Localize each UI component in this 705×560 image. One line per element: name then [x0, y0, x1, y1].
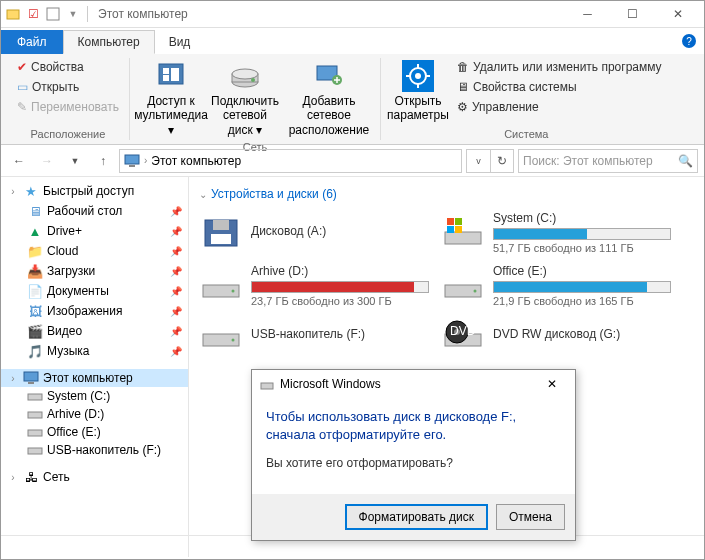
- svg-point-14: [415, 73, 421, 79]
- cancel-button[interactable]: Отмена: [496, 504, 565, 530]
- dialog-titlebar: Microsoft Windows ✕: [252, 370, 575, 398]
- search-icon: 🔍: [678, 154, 693, 168]
- sidebar-drive[interactable]: USB-накопитель (F:): [1, 441, 188, 459]
- dialog-close-button[interactable]: ✕: [537, 373, 567, 395]
- svg-rect-1: [47, 8, 59, 20]
- pin-icon: 📌: [170, 206, 182, 217]
- svg-rect-3: [163, 68, 169, 74]
- close-button[interactable]: ✕: [655, 1, 700, 28]
- drive-item[interactable]: Arhive (D:)23,7 ГБ свободно из 300 ГБ: [199, 264, 429, 307]
- drive-icon: [441, 215, 485, 251]
- drive-subtext: 51,7 ГБ свободно из 111 ГБ: [493, 242, 671, 254]
- qat-properties-icon[interactable]: ☑: [25, 6, 41, 22]
- tab-file[interactable]: Файл: [1, 30, 63, 54]
- drive-item[interactable]: DVDDVD RW дисковод (G:): [441, 317, 671, 353]
- dialog-main-text: Чтобы использовать диск в дисководе F:, …: [266, 408, 561, 444]
- folder-icon: 🎬: [27, 323, 43, 339]
- open-settings-button[interactable]: Открыть параметры: [387, 58, 449, 125]
- drive-name: Arhive (D:): [251, 264, 429, 278]
- tab-view[interactable]: Вид: [155, 30, 205, 54]
- sidebar-item[interactable]: 🖼Изображения📌: [1, 301, 188, 321]
- manage-icon: ⚙: [457, 100, 468, 114]
- titlebar: ☑ ▼ Этот компьютер ─ ☐ ✕: [1, 1, 704, 28]
- format-disk-button[interactable]: Форматировать диск: [345, 504, 488, 530]
- sidebar-item[interactable]: 🖥Рабочий стол📌: [1, 201, 188, 221]
- quick-access-toolbar: ☑ ▼: [5, 6, 81, 22]
- pin-icon: 📌: [170, 346, 182, 357]
- system-properties-button[interactable]: 🖥Свойства системы: [453, 78, 666, 96]
- sidebar-item[interactable]: 📄Документы📌: [1, 281, 188, 301]
- ribbon: ✔Свойства ▭Открыть ✎Переименовать Распол…: [1, 54, 704, 145]
- svg-rect-28: [213, 220, 229, 230]
- drive-name: System (C:): [493, 211, 671, 225]
- svg-rect-5: [171, 68, 179, 81]
- search-input[interactable]: Поиск: Этот компьютер 🔍: [518, 149, 698, 173]
- drive-item[interactable]: USB-накопитель (F:): [199, 317, 429, 353]
- address-bar: ← → ▼ ↑ › Этот компьютер v ↻ Поиск: Этот…: [1, 145, 704, 177]
- svg-rect-21: [24, 372, 38, 381]
- drive-name: USB-накопитель (F:): [251, 327, 429, 341]
- properties-button[interactable]: ✔Свойства: [13, 58, 123, 76]
- drive-item[interactable]: System (C:)51,7 ГБ свободно из 111 ГБ: [441, 211, 671, 254]
- map-drive-button[interactable]: Подключить сетевой диск ▾: [210, 58, 280, 139]
- forward-button: →: [35, 149, 59, 173]
- minimize-button[interactable]: ─: [565, 1, 610, 28]
- folder-icon: ▲: [27, 223, 43, 239]
- manage-button[interactable]: ⚙Управление: [453, 98, 666, 116]
- drive-subtext: 21,9 ГБ свободно из 165 ГБ: [493, 295, 671, 307]
- sidebar-this-pc[interactable]: ›Этот компьютер: [1, 369, 188, 387]
- address-input[interactable]: › Этот компьютер: [119, 149, 462, 173]
- ribbon-tabs: Файл Компьютер Вид ?: [1, 28, 704, 54]
- pin-icon: 📌: [170, 286, 182, 297]
- group-header[interactable]: ⌄Устройства и диски (6): [199, 187, 694, 201]
- pin-icon: 📌: [170, 266, 182, 277]
- pin-icon: 📌: [170, 246, 182, 257]
- drive-icon: [199, 317, 243, 353]
- folder-icon: 🎵: [27, 343, 43, 359]
- ribbon-group-network: Доступ к мультимедиа ▾ Подключить сетево…: [130, 58, 381, 140]
- open-icon: ▭: [17, 80, 28, 94]
- address-dropdown[interactable]: v: [466, 149, 490, 173]
- sidebar-drive[interactable]: Arhive (D:): [1, 405, 188, 423]
- uninstall-button[interactable]: 🗑Удалить или изменить программу: [453, 58, 666, 76]
- sidebar-drive[interactable]: System (C:): [1, 387, 188, 405]
- tab-computer[interactable]: Компьютер: [63, 30, 155, 54]
- svg-rect-24: [28, 412, 42, 418]
- uninstall-icon: 🗑: [457, 60, 469, 74]
- sidebar-item[interactable]: 📥Загрузки📌: [1, 261, 188, 281]
- svg-rect-25: [28, 430, 42, 436]
- sidebar-network[interactable]: ›🖧Сеть: [1, 467, 188, 487]
- svg-point-9: [251, 78, 255, 82]
- sidebar-item[interactable]: 📁Cloud📌: [1, 241, 188, 261]
- drive-item[interactable]: Дисковод (A:): [199, 211, 429, 254]
- computer-icon: [124, 154, 140, 168]
- sidebar-item[interactable]: 🎵Музыка📌: [1, 341, 188, 361]
- sidebar-drive[interactable]: Office (E:): [1, 423, 188, 441]
- svg-rect-26: [28, 448, 42, 454]
- qat-dropdown-icon[interactable]: [45, 6, 61, 22]
- refresh-button[interactable]: ↻: [490, 149, 514, 173]
- media-access-button[interactable]: Доступ к мультимедиа ▾: [136, 58, 206, 139]
- help-icon[interactable]: ?: [682, 34, 696, 48]
- dialog-title-text: Microsoft Windows: [280, 377, 381, 391]
- maximize-button[interactable]: ☐: [610, 1, 655, 28]
- capacity-bar: [493, 281, 671, 293]
- pin-icon: 📌: [170, 226, 182, 237]
- rename-button: ✎Переименовать: [13, 98, 123, 116]
- history-dropdown[interactable]: ▼: [63, 149, 87, 173]
- sidebar-item[interactable]: ▲Drive+📌: [1, 221, 188, 241]
- up-button[interactable]: ↑: [91, 149, 115, 173]
- sidebar-quick-access[interactable]: ›★Быстрый доступ: [1, 181, 188, 201]
- sidebar-item[interactable]: 🎬Видео📌: [1, 321, 188, 341]
- sysprops-icon: 🖥: [457, 80, 469, 94]
- back-button[interactable]: ←: [7, 149, 31, 173]
- drive-icon: [441, 268, 485, 304]
- checkmark-icon: ✔: [17, 60, 27, 74]
- drive-name: Office (E:): [493, 264, 671, 278]
- open-button[interactable]: ▭Открыть: [13, 78, 123, 96]
- drive-item[interactable]: Office (E:)21,9 ГБ свободно из 165 ГБ: [441, 264, 671, 307]
- add-network-location-button[interactable]: Добавить сетевое расположение: [284, 58, 374, 139]
- qat-more-icon[interactable]: ▼: [65, 6, 81, 22]
- computer-icon: [23, 371, 39, 385]
- folder-icon: 📁: [27, 243, 43, 259]
